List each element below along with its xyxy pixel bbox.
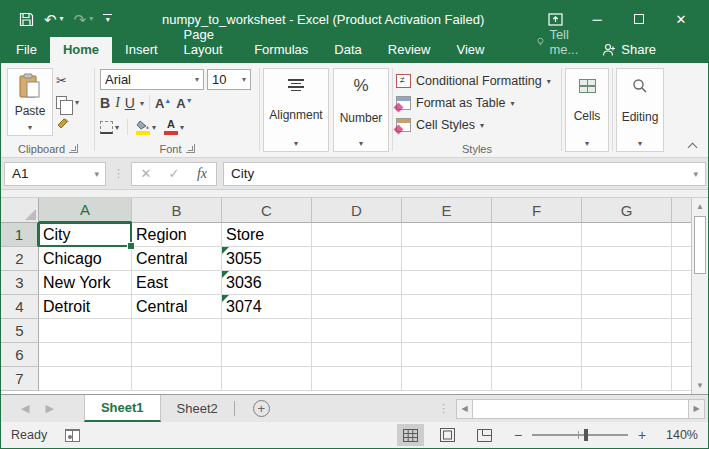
vertical-scrollbar[interactable]: ▲ ▼ xyxy=(691,198,708,394)
scroll-right-icon[interactable]: ▶ xyxy=(688,399,705,419)
column-header-C[interactable]: C xyxy=(222,198,312,223)
underline-dropdown[interactable]: ▾ xyxy=(140,99,144,108)
cell-E3[interactable] xyxy=(402,271,492,295)
cell-C1[interactable]: Store xyxy=(222,223,312,247)
cell-E5[interactable] xyxy=(402,319,492,343)
tab-scroll-splitter[interactable]: ⋮ xyxy=(431,402,456,415)
cell-A2[interactable]: Chicago xyxy=(39,247,132,271)
redo-button[interactable]: ↷▾ xyxy=(74,12,94,27)
zoom-in-icon[interactable]: + xyxy=(636,427,648,443)
tab-page-layout[interactable]: Page Layout xyxy=(171,22,242,63)
cell-F7[interactable] xyxy=(492,367,582,391)
horizontal-scrollbar[interactable]: ⋮ ◀ ▶ xyxy=(431,395,708,422)
horizontal-scroll-thumb[interactable] xyxy=(473,399,688,419)
font-color-button[interactable]: A ▾ xyxy=(164,118,184,136)
clipboard-dialog-launcher-icon[interactable] xyxy=(69,144,78,153)
cell-G5[interactable] xyxy=(582,319,672,343)
name-box-dropdown-icon[interactable]: ▾ xyxy=(94,169,105,179)
number-group-button[interactable]: % Number ▾ xyxy=(333,68,389,152)
undo-button[interactable]: ↶▾ xyxy=(44,12,64,27)
row-header-1[interactable]: 1 xyxy=(1,223,39,247)
cell-A5[interactable] xyxy=(39,319,132,343)
cell-B3[interactable]: East xyxy=(132,271,222,295)
cell-A3[interactable]: New York xyxy=(39,271,132,295)
cell-A7[interactable] xyxy=(39,367,132,391)
row-header-7[interactable]: 7 xyxy=(1,367,39,391)
cell-D3[interactable] xyxy=(312,271,402,295)
cancel-entry-icon[interactable]: ✕ xyxy=(132,166,160,181)
cell-E4[interactable] xyxy=(402,295,492,319)
tab-review[interactable]: Review xyxy=(375,37,444,63)
cell-G7[interactable] xyxy=(582,367,672,391)
cell-G3[interactable] xyxy=(582,271,672,295)
cell-styles-button[interactable]: Cell Styles ▾ xyxy=(396,116,558,135)
tab-formulas[interactable]: Formulas xyxy=(241,37,321,63)
cell-G6[interactable] xyxy=(582,343,672,367)
column-header-B[interactable]: B xyxy=(132,198,222,223)
column-header-F[interactable]: F xyxy=(492,198,582,223)
customize-qat-button[interactable]: ▾ xyxy=(103,14,112,24)
save-icon[interactable] xyxy=(19,12,34,27)
conditional-formatting-button[interactable]: Conditional Formatting ▾ xyxy=(396,72,558,91)
cell-C5[interactable] xyxy=(222,319,312,343)
collapse-ribbon-icon[interactable] xyxy=(688,141,698,151)
cell-D7[interactable] xyxy=(312,367,402,391)
tab-view[interactable]: View xyxy=(443,37,497,63)
macro-record-icon[interactable] xyxy=(65,429,80,442)
bold-button[interactable]: B xyxy=(100,95,110,111)
expand-formula-bar-icon[interactable]: ▾ xyxy=(693,169,705,179)
cell-G2[interactable] xyxy=(582,247,672,271)
view-normal-button[interactable] xyxy=(397,424,424,446)
cell-D2[interactable] xyxy=(312,247,402,271)
sheet-tab-sheet2[interactable]: Sheet2 xyxy=(161,395,234,422)
cell-D6[interactable] xyxy=(312,343,402,367)
tab-insert[interactable]: Insert xyxy=(112,37,171,63)
cells-group-button[interactable]: Cells ▾ xyxy=(565,68,609,152)
column-header-G[interactable]: G xyxy=(582,198,672,223)
row-header-4[interactable]: 4 xyxy=(1,295,39,319)
zoom-slider[interactable] xyxy=(532,428,628,442)
sheet-tab-sheet1[interactable]: Sheet1 xyxy=(84,395,161,422)
cell-E1[interactable] xyxy=(402,223,492,247)
scroll-up-icon[interactable]: ▲ xyxy=(692,198,708,215)
fill-color-button[interactable]: ▾ xyxy=(136,118,156,136)
cell-F1[interactable] xyxy=(492,223,582,247)
cut-button[interactable]: ✂ xyxy=(56,71,79,89)
cell-D1[interactable] xyxy=(312,223,402,247)
row-header-6[interactable]: 6 xyxy=(1,343,39,367)
paste-button[interactable]: Paste ▾ xyxy=(7,68,53,136)
cell-B2[interactable]: Central xyxy=(132,247,222,271)
cell-F2[interactable] xyxy=(492,247,582,271)
tell-me-box[interactable]: Tell me... xyxy=(527,22,592,63)
cell-B4[interactable]: Central xyxy=(132,295,222,319)
font-dialog-launcher-icon[interactable] xyxy=(186,144,195,153)
alignment-group-button[interactable]: Alignment ▾ xyxy=(263,68,329,152)
cell-C4[interactable]: 3074 xyxy=(222,295,312,319)
font-name-combo[interactable]: Arial▾ xyxy=(100,69,204,90)
close-button[interactable]: ✕ xyxy=(660,4,702,34)
tab-home[interactable]: Home xyxy=(50,37,112,63)
row-header-5[interactable]: 5 xyxy=(1,319,39,343)
view-page-layout-button[interactable] xyxy=(434,424,461,446)
cell-B6[interactable] xyxy=(132,343,222,367)
select-all-corner[interactable] xyxy=(1,198,39,223)
cell-C7[interactable] xyxy=(222,367,312,391)
scroll-down-icon[interactable]: ▼ xyxy=(692,377,708,394)
cell-A4[interactable]: Detroit xyxy=(39,295,132,319)
sheet-nav-right-icon[interactable]: ▶ xyxy=(45,402,53,415)
sheet-nav-left-icon[interactable]: ◀ xyxy=(21,402,29,415)
zoom-out-icon[interactable]: − xyxy=(512,427,524,443)
zoom-slider-handle[interactable] xyxy=(584,429,588,441)
new-sheet-button[interactable]: + xyxy=(235,395,288,422)
cell-E6[interactable] xyxy=(402,343,492,367)
cell-E7[interactable] xyxy=(402,367,492,391)
name-box[interactable]: A1 ▾ xyxy=(4,162,106,186)
cell-D4[interactable] xyxy=(312,295,402,319)
editing-group-button[interactable]: Editing ▾ xyxy=(616,68,664,152)
cell-B5[interactable] xyxy=(132,319,222,343)
italic-button[interactable]: I xyxy=(115,95,120,111)
vertical-scroll-thumb[interactable] xyxy=(694,216,706,274)
cell-B7[interactable] xyxy=(132,367,222,391)
cell-C6[interactable] xyxy=(222,343,312,367)
cell-F5[interactable] xyxy=(492,319,582,343)
